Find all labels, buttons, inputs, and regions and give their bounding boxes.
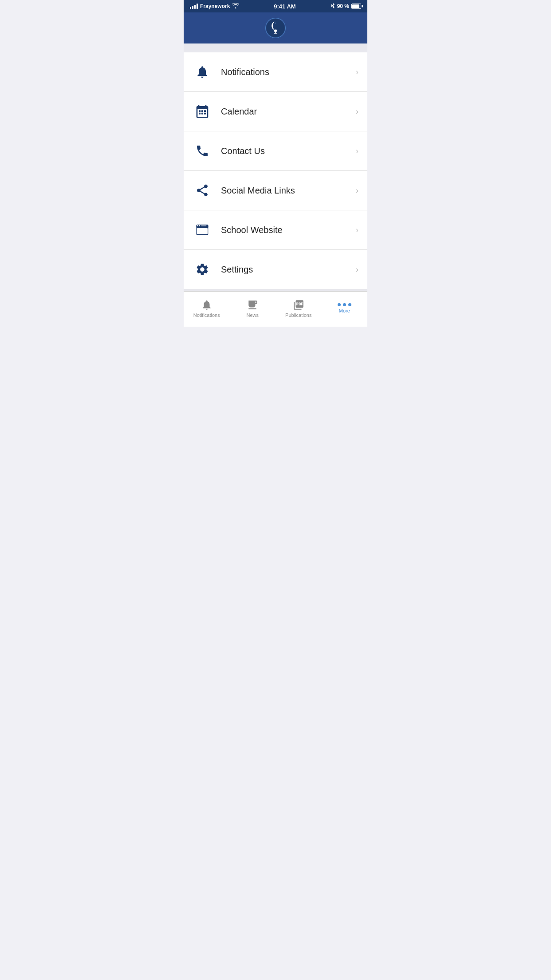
svg-point-1 [266,19,285,37]
svg-rect-13 [197,225,198,226]
app-logo [265,17,286,39]
subheader-bar [184,43,367,52]
tab-more[interactable]: More [322,292,368,327]
svg-rect-15 [201,225,206,226]
tab-bar: Notifications News Publications More [184,291,367,327]
chevron-right-icon: › [356,107,358,116]
tab-more-icon [338,303,351,306]
chevron-right-icon: › [356,67,358,77]
gear-icon [193,260,212,279]
menu-item-school-website[interactable]: School Website › [184,210,367,250]
status-bar: Fraynework 9:41 AM 90 % [184,0,367,12]
svg-point-2 [274,30,277,31]
svg-rect-8 [201,113,203,115]
tab-news[interactable]: News [230,292,276,327]
svg-rect-6 [204,110,206,112]
social-media-label: Social Media Links [221,186,356,196]
svg-rect-9 [204,113,206,115]
tab-notifications-label: Notifications [193,312,220,318]
svg-rect-16 [197,228,208,234]
tab-notifications[interactable]: Notifications [184,292,230,327]
menu-list: Notifications › Calendar › Contact Us › [184,52,367,289]
status-right: 90 % [331,3,361,10]
tab-news-icon [247,299,258,311]
phone-icon [193,141,212,161]
menu-item-social-media[interactable]: Social Media Links › [184,171,367,210]
status-time: 9:41 AM [274,3,295,10]
chevron-right-icon: › [356,225,358,235]
status-left: Fraynework [190,3,239,10]
chevron-right-icon: › [356,146,358,156]
svg-rect-5 [201,110,203,112]
svg-rect-12 [197,226,209,228]
tab-pdf-icon [293,299,304,311]
chevron-right-icon: › [356,186,358,195]
browser-icon [193,220,212,240]
battery-icon [351,4,361,9]
calendar-icon [193,102,212,121]
bell-icon [193,62,212,82]
tab-news-label: News [246,312,259,318]
wifi-icon [232,3,239,10]
settings-label: Settings [221,265,356,275]
share-icon [193,181,212,200]
svg-rect-14 [199,225,201,226]
bluetooth-icon [331,3,335,10]
tab-more-label: More [339,308,350,313]
tab-bell-icon [201,299,213,311]
menu-item-notifications[interactable]: Notifications › [184,52,367,92]
carrier-name: Fraynework [200,3,230,9]
menu-item-settings[interactable]: Settings › [184,250,367,289]
svg-rect-4 [199,110,201,112]
chevron-right-icon: › [356,265,358,274]
contact-us-label: Contact Us [221,146,356,156]
signal-icon [190,4,198,9]
school-website-label: School Website [221,225,356,235]
svg-rect-7 [199,113,201,115]
battery-percent: 90 % [337,3,349,9]
tab-publications[interactable]: Publications [276,292,322,327]
menu-item-contact-us[interactable]: Contact Us › [184,131,367,171]
tab-publications-label: Publications [285,312,311,318]
app-header [184,12,367,43]
menu-item-calendar[interactable]: Calendar › [184,92,367,131]
calendar-label: Calendar [221,107,356,117]
notifications-label: Notifications [221,67,356,77]
